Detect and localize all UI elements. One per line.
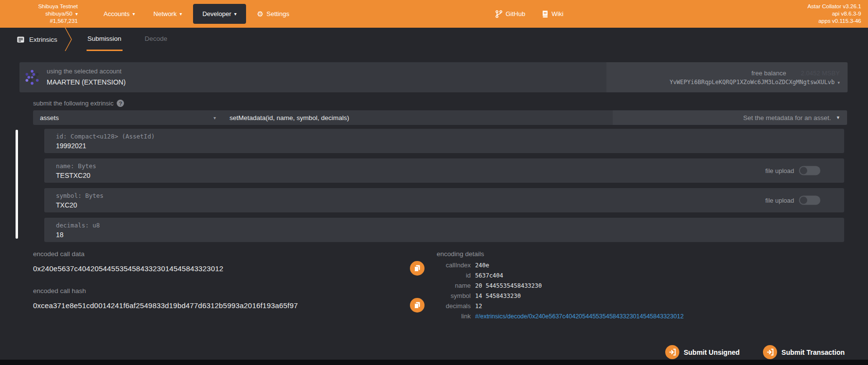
file-upload-label: file upload (765, 197, 794, 204)
tab-decode[interactable]: Decode (144, 28, 169, 51)
call-hash-label: encoded call hash (33, 287, 425, 295)
file-upload-toggle[interactable] (799, 166, 820, 175)
account-label: using the selected account (47, 67, 125, 76)
toggle-knob (800, 197, 807, 204)
menu-developer[interactable]: Developer▾ (193, 4, 246, 24)
chevron-down-icon: ▾ (179, 11, 182, 17)
copy-icon (413, 301, 421, 309)
help-icon[interactable]: ? (117, 100, 124, 107)
copy-call-data-button[interactable] (410, 261, 425, 276)
main-content: using the selected account MAARTEN (EXTE… (0, 51, 868, 360)
sign-in-icon (665, 345, 679, 359)
param-tree-bar (16, 130, 18, 239)
param-label: symbol: Bytes (56, 192, 844, 199)
call-data-label: encoded call data (33, 250, 425, 258)
params-section: id: Compact<u128> (AssetId) 19992021 nam… (44, 129, 844, 242)
main-menu: Accounts▾ Network▾ Developer▾ ⚙Settings (94, 0, 299, 28)
detail-row-name: name 20 5445535458433230 (437, 282, 847, 289)
encoding-details: encoding details callIndex 240e id 5637c… (437, 250, 847, 323)
selected-account[interactable]: using the selected account MAARTEN (EXTE… (47, 67, 125, 87)
network-chain: shibuya/50 (45, 11, 72, 17)
tabs: Submission Decode (87, 28, 168, 51)
node-version: Astar Collator v3.26.1 (807, 3, 861, 10)
encoding-details-label: encoding details (437, 250, 847, 258)
chevron-down-icon: ▾ (234, 11, 237, 17)
extrinsic-section-label: submit the following extrinsic ? (33, 100, 848, 107)
wiki-link[interactable]: Wiki (542, 10, 564, 18)
chevron-down-icon: ▾ (75, 11, 78, 17)
detail-row-decimals: decimals 12 (437, 302, 847, 310)
file-upload-toggle[interactable] (799, 196, 820, 205)
free-balance-value: 2.0452 MSBY (801, 70, 840, 77)
param-id-field[interactable]: id: Compact<u128> (AssetId) 19992021 (44, 129, 844, 153)
version-info: Astar Collator v3.26.1 api v8.6.3-9 apps… (807, 3, 861, 25)
menu-accounts[interactable]: Accounts▾ (94, 0, 144, 28)
param-value: 18 (56, 231, 844, 239)
param-label: decimals: u8 (56, 222, 844, 229)
param-value: TESTXC20 (56, 172, 844, 179)
chevron-down-icon: ▾ (132, 11, 135, 17)
param-decimals-field[interactable]: decimals: u8 18 (44, 218, 844, 242)
sign-in-icon (763, 345, 777, 359)
book-icon (542, 10, 548, 18)
api-version: api v8.6.3-9 (807, 10, 861, 17)
breadcrumb-chevron-icon (64, 28, 73, 51)
toggle-knob (800, 167, 807, 174)
submit-actions: Submit Unsigned Submit Transaction (0, 345, 848, 360)
submit-unsigned-button[interactable]: Submit Unsigned (662, 345, 743, 360)
menu-network[interactable]: Network▾ (144, 0, 192, 28)
detail-row-link: link #/extrinsics/decode/0x240e5637c4042… (437, 313, 847, 320)
apps-version: apps v0.115.3-46 (807, 17, 861, 25)
submit-transaction-button[interactable]: Submit Transaction (760, 345, 848, 360)
tab-submission[interactable]: Submission (87, 28, 123, 51)
section-title: Extrinsics (29, 36, 57, 43)
extrinsics-icon (17, 35, 25, 44)
chevron-down-icon: ▾ (213, 115, 216, 121)
block-number: #1,567,231 (4, 17, 78, 25)
pallet-select[interactable]: assets ▾ (33, 110, 223, 125)
detail-row-callindex: callIndex 240e (437, 261, 847, 269)
extrinsic-selects: assets ▾ setMetadata(id, name, symbol, d… (33, 110, 847, 125)
param-label: id: Compact<u128> (AssetId) (56, 133, 844, 140)
chevron-down-icon: ▾ (837, 80, 840, 85)
param-label: name: Bytes (56, 162, 844, 170)
decode-link[interactable]: #/extrinsics/decode/0x240e5637c404205445… (475, 313, 684, 320)
encoded-call-hash-group: encoded call hash 0xcea371e8e51cd0014241… (33, 287, 425, 313)
encoded-call-data-group: encoded call data 0x240e5637c40420544553… (33, 250, 425, 276)
menu-settings[interactable]: ⚙Settings (248, 0, 299, 28)
git-branch-icon (496, 10, 502, 18)
account-dropdown[interactable]: free balance2.0452 MSBY YvWEPYi6BRqpLeKQ… (606, 62, 848, 92)
network-name: Shibuya Testnet (4, 3, 78, 10)
network-selector[interactable]: Shibuya Testnet shibuya/50▾ #1,567,231 (4, 3, 78, 25)
detail-row-symbol: symbol 14 5458433230 (437, 292, 847, 299)
github-link[interactable]: GitHub (496, 10, 525, 18)
call-data-value: 0x240e5637c40420544553545843323014545843… (33, 264, 223, 273)
param-value: 19992021 (56, 142, 844, 150)
copy-icon (413, 264, 421, 272)
gear-icon: ⚙ (257, 10, 264, 17)
free-balance-label: free balance (751, 70, 786, 77)
chevron-down-icon: ▼ (836, 115, 840, 120)
file-upload-label: file upload (765, 167, 794, 174)
account-select-card: using the selected account MAARTEN (EXTE… (19, 62, 848, 92)
call-hash-value: 0xcea371e8e51cd0014241f6af2549833d19bd47… (33, 301, 298, 310)
tab-bar: Extrinsics Submission Decode (0, 28, 868, 51)
param-value: TXC20 (56, 201, 844, 209)
app-header: Shibuya Testnet shibuya/50▾ #1,567,231 A… (0, 0, 868, 28)
breadcrumb: Extrinsics (17, 28, 57, 51)
detail-row-id: id 5637c404 (437, 272, 847, 279)
footer-strip (0, 360, 868, 365)
account-address: YvWEPYi6BRqpLeKQRQP1XZoWc6JM3LoZDCXgMNgt… (670, 79, 835, 86)
param-name-field[interactable]: name: Bytes TESTXC20 file upload (44, 158, 844, 183)
copy-call-hash-button[interactable] (410, 298, 425, 313)
method-select[interactable]: setMetadata(id, name, symbol, decimals) (223, 110, 613, 125)
account-identicon[interactable] (23, 69, 41, 86)
account-name: MAARTEN (EXTENSION) (47, 77, 125, 87)
method-description[interactable]: Set the metadata for an asset. ▼ (613, 110, 847, 125)
param-symbol-field[interactable]: symbol: Bytes TXC20 file upload (44, 188, 844, 212)
output-section: encoded call data 0x240e5637c40420544553… (33, 250, 847, 323)
